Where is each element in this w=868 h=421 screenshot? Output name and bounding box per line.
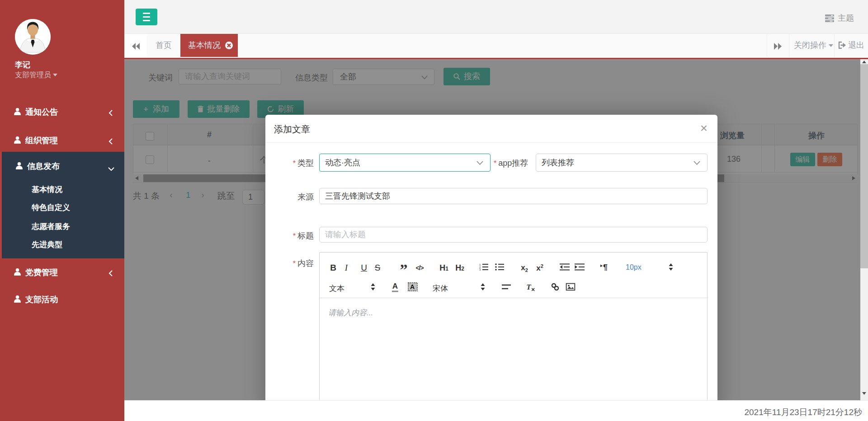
svg-text:¶: ¶ <box>603 263 608 271</box>
svg-text:3: 3 <box>479 268 481 271</box>
svg-text:A: A <box>410 283 415 290</box>
